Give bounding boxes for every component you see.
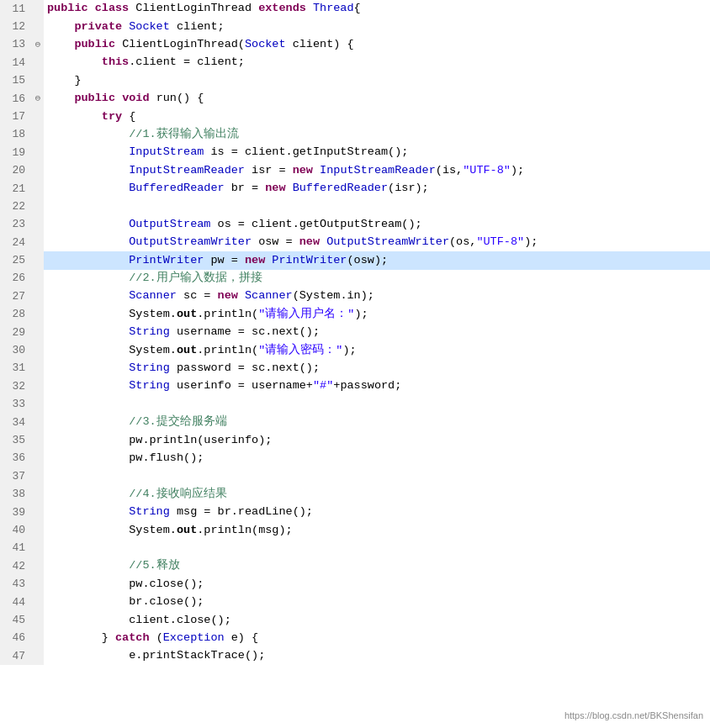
line-gutter <box>32 306 44 324</box>
line-gutter <box>32 341 44 359</box>
line-number: 23 <box>0 216 32 234</box>
code-line: 41 <box>0 540 710 557</box>
line-gutter <box>32 611 44 629</box>
line-content: try { <box>44 108 710 125</box>
line-number: 32 <box>0 377 32 395</box>
code-line: 37 <box>0 467 710 485</box>
line-number: 47 <box>0 647 32 665</box>
code-line: 32 String userinfo = username+"#"+passwo… <box>0 377 710 395</box>
code-line: 26 //2.用户输入数据，拼接 <box>0 270 710 288</box>
line-number: 37 <box>0 467 32 485</box>
line-content <box>44 198 710 215</box>
code-line: 16⊖ public void run() { <box>0 90 710 108</box>
line-number: 20 <box>0 162 32 180</box>
line-number: 27 <box>0 288 32 305</box>
line-gutter <box>32 180 44 198</box>
code-line: 29 String username = sc.next(); <box>0 324 710 341</box>
code-line: 36 pw.flush(); <box>0 450 710 467</box>
line-content: pw.close(); <box>44 576 710 593</box>
line-content: String msg = br.readLine(); <box>44 504 710 521</box>
line-gutter <box>32 540 44 557</box>
line-number: 13 <box>0 36 32 54</box>
line-content: InputStreamReader isr = new InputStreamR… <box>44 162 710 180</box>
code-line: 42 //5.释放 <box>0 557 710 575</box>
line-gutter <box>32 557 44 575</box>
line-gutter: ⊖ <box>32 36 44 54</box>
line-number: 33 <box>0 396 32 414</box>
line-number: 31 <box>0 360 32 377</box>
code-line: 24 OutputStreamWriter osw = new OutputSt… <box>0 234 710 251</box>
code-line: 35 pw.println(userinfo); <box>0 431 710 449</box>
line-gutter <box>32 593 44 611</box>
line-gutter <box>32 288 44 305</box>
line-number: 24 <box>0 234 32 251</box>
line-content: e.printStackTrace(); <box>44 647 710 665</box>
line-content: String username = sc.next(); <box>44 324 710 341</box>
line-number: 29 <box>0 324 32 341</box>
line-gutter: ⊖ <box>32 90 44 108</box>
code-line: 30 System.out.println("请输入密码："); <box>0 341 710 359</box>
code-line: 14 this.client = client; <box>0 54 710 71</box>
code-line: 18 //1.获得输入输出流 <box>0 126 710 144</box>
line-content: InputStream is = client.getInputStream()… <box>44 144 710 161</box>
line-number: 44 <box>0 593 32 611</box>
line-number: 30 <box>0 341 32 359</box>
line-gutter <box>32 647 44 665</box>
line-gutter <box>32 162 44 180</box>
code-line: 28 System.out.println("请输入用户名："); <box>0 306 710 324</box>
code-line: 33 <box>0 396 710 414</box>
line-number: 42 <box>0 557 32 575</box>
line-gutter <box>32 251 44 269</box>
line-number: 22 <box>0 198 32 215</box>
line-content: //4.接收响应结果 <box>44 486 710 504</box>
line-number: 36 <box>0 450 32 467</box>
line-number: 26 <box>0 270 32 288</box>
line-gutter <box>32 396 44 414</box>
line-content: br.close(); <box>44 593 710 611</box>
code-line: 39 String msg = br.readLine(); <box>0 504 710 521</box>
line-gutter <box>32 54 44 71</box>
line-number: 16 <box>0 90 32 108</box>
line-gutter <box>32 431 44 449</box>
line-content: PrintWriter pw = new PrintWriter(osw); <box>44 251 710 269</box>
line-number: 18 <box>0 126 32 144</box>
line-content: } catch (Exception e) { <box>44 630 710 647</box>
code-line: 27 Scanner sc = new Scanner(System.in); <box>0 288 710 305</box>
line-gutter <box>32 630 44 647</box>
line-content: pw.println(userinfo); <box>44 431 710 449</box>
code-line: 22 <box>0 198 710 215</box>
line-number: 14 <box>0 54 32 71</box>
line-content: public ClientLoginThread(Socket client) … <box>44 36 710 54</box>
line-content: } <box>44 72 710 90</box>
line-gutter <box>32 0 44 18</box>
line-number: 45 <box>0 611 32 629</box>
line-content: //5.释放 <box>44 557 710 575</box>
line-content: //3.提交给服务端 <box>44 414 710 431</box>
line-number: 15 <box>0 72 32 90</box>
line-content: System.out.println(msg); <box>44 521 710 539</box>
line-gutter <box>32 216 44 234</box>
code-line: 44 br.close(); <box>0 593 710 611</box>
code-line: 38 //4.接收响应结果 <box>0 486 710 504</box>
line-content: public class ClientLoginThread extends T… <box>44 0 710 18</box>
line-content <box>44 396 710 414</box>
code-line: 40 System.out.println(msg); <box>0 521 710 539</box>
line-number: 21 <box>0 180 32 198</box>
line-content: String userinfo = username+"#"+password; <box>44 377 710 395</box>
code-container: 11public class ClientLoginThread extends… <box>0 0 710 728</box>
line-gutter <box>32 324 44 341</box>
code-line: 47 e.printStackTrace(); <box>0 647 710 665</box>
code-line: 13⊖ public ClientLoginThread(Socket clie… <box>0 36 710 54</box>
line-content: //2.用户输入数据，拼接 <box>44 270 710 288</box>
code-line: 20 InputStreamReader isr = new InputStre… <box>0 162 710 180</box>
code-line: 17 try { <box>0 108 710 125</box>
line-gutter <box>32 144 44 161</box>
line-number: 41 <box>0 540 32 557</box>
line-number: 43 <box>0 576 32 593</box>
line-gutter <box>32 467 44 485</box>
code-line: 45 client.close(); <box>0 611 710 629</box>
line-gutter <box>32 450 44 467</box>
line-content: OutputStreamWriter osw = new OutputStrea… <box>44 234 710 251</box>
line-content: client.close(); <box>44 611 710 629</box>
line-gutter <box>32 270 44 288</box>
